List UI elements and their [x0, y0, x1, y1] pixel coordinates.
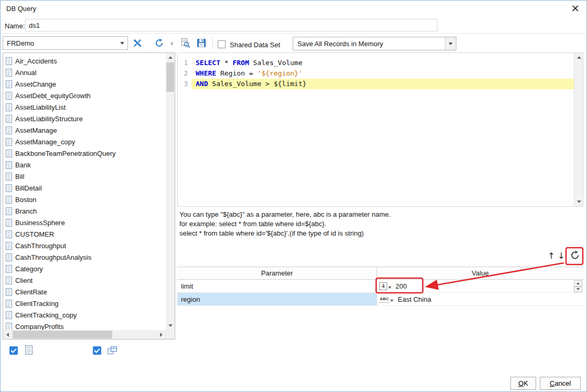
table-list-item[interactable]: AssetManage [3, 124, 166, 136]
table-icon [6, 311, 12, 319]
table-name: ClientTracking [15, 300, 59, 308]
table-list-item[interactable]: Client [3, 274, 166, 286]
type-dropdown-icon[interactable] [390, 300, 393, 302]
table-icon [6, 173, 12, 181]
sql-code-area[interactable]: SELECT * FROM Sales_VolumeWHERE Region =… [191, 58, 574, 206]
save-button[interactable] [195, 37, 208, 50]
scroll-up-icon[interactable] [574, 53, 583, 62]
table-list-item[interactable]: ClientTracking [3, 298, 166, 309]
spinner-down-icon[interactable] [574, 287, 582, 293]
number-type-icon[interactable]: 4 [379, 282, 387, 290]
table-list-item[interactable]: Air_Accidents [3, 55, 166, 67]
line-number-gutter: 123 [178, 58, 191, 206]
table-list-item[interactable]: BillDetail [3, 182, 166, 194]
table-list-item[interactable]: CompanyProfits [3, 321, 166, 330]
ok-button[interactable]: OK [510, 377, 536, 390]
sql-line[interactable]: WHERE Region = '${region}' [191, 68, 574, 79]
collapse-left-panel-icon[interactable]: ‹ [168, 36, 175, 50]
table-list-item[interactable]: AssetLiabilityList [3, 101, 166, 113]
table-list-item[interactable]: Annual [3, 67, 166, 78]
preview-button[interactable] [178, 37, 192, 50]
dataset-name-input[interactable] [25, 19, 437, 31]
move-param-up-button[interactable]: ↑ [547, 249, 556, 262]
table-list-item[interactable]: Category [3, 263, 166, 274]
type-dropdown-icon[interactable] [388, 287, 391, 289]
table-name: CashThroughput [15, 242, 66, 250]
param-row[interactable]: limit4200 [177, 280, 583, 293]
cancel-button[interactable]: Cancel [540, 377, 581, 390]
table-list-item[interactable]: AssetManage_copy [3, 136, 166, 147]
sql-token: SELECT [196, 59, 220, 67]
scroll-down-icon[interactable] [166, 321, 175, 330]
list-horizontal-scrollbar[interactable] [3, 330, 166, 339]
tools-icon [132, 38, 143, 50]
param-value-cell[interactable]: ABCEast China [377, 293, 583, 305]
chevron-down-icon[interactable] [117, 37, 127, 49]
show-tables-checkbox[interactable] [9, 346, 18, 355]
scroll-down-icon[interactable] [574, 197, 583, 206]
connection-select[interactable]: FRDemo [3, 36, 128, 50]
table-icon [6, 300, 12, 308]
parameter-table: Parameter Value limit4200regionABCEast C… [177, 267, 583, 306]
spinner-up-icon[interactable] [574, 280, 582, 287]
table-icon [6, 92, 12, 100]
table-list-item[interactable]: CashThroughput [3, 240, 166, 251]
sql-editor[interactable]: 123 SELECT * FROM Sales_VolumeWHERE Regi… [177, 52, 583, 207]
param-name-cell[interactable]: limit [177, 280, 377, 292]
scroll-left-icon[interactable] [3, 330, 12, 339]
chevron-down-icon[interactable] [445, 37, 456, 50]
table-list-item[interactable]: AssetChange [3, 78, 166, 90]
table-icon [6, 161, 12, 169]
table-icon [6, 288, 12, 296]
table-icon [6, 115, 12, 123]
scroll-right-icon[interactable] [157, 330, 166, 339]
table-list-item[interactable]: ClientTracking_copy [3, 309, 166, 321]
param-row[interactable]: regionABCEast China [177, 293, 583, 306]
editor-vertical-scrollbar[interactable] [574, 53, 583, 206]
string-type-icon[interactable]: ABC [379, 296, 389, 303]
close-icon[interactable]: × [571, 2, 580, 14]
sql-line[interactable]: SELECT * FROM Sales_Volume [191, 58, 574, 68]
table-icon [6, 265, 12, 273]
table-list-item[interactable]: Branch [3, 205, 166, 217]
table-list-item[interactable]: AssetLiabilityStructure [3, 113, 166, 124]
table-list-item[interactable]: CashThroughputAnalysis [3, 251, 166, 263]
move-param-down-button[interactable]: ↓ [557, 249, 566, 262]
scroll-up-icon[interactable] [166, 53, 175, 62]
table-list-item[interactable]: ClientRate [3, 286, 166, 298]
sql-line[interactable]: AND Sales_Volume > ${limit} [191, 79, 574, 89]
param-value-text: East China [398, 295, 431, 303]
table-icon [6, 126, 12, 134]
scrollbar-thumb[interactable] [13, 331, 112, 338]
view-filter-icon [108, 346, 117, 356]
sql-token: WHERE [196, 69, 216, 77]
refresh-parameters-button[interactable] [568, 249, 581, 263]
param-value-cell[interactable]: 4200 [377, 280, 583, 292]
table-name: Annual [15, 69, 36, 77]
table-list-item[interactable]: BackboneTeamPenetrationQuery [3, 147, 166, 159]
value-spinner[interactable] [574, 280, 582, 292]
table-list-item[interactable]: AssetDebt_equityGrowth [3, 90, 166, 101]
memory-mode-select[interactable]: Save All Records in Memory [293, 37, 456, 50]
list-vertical-scrollbar[interactable] [166, 53, 175, 330]
db-query-dialog: DB Query × Name: FRDemo ‹ Air_AccidentsA… [0, 0, 587, 392]
dialog-title: DB Query [6, 5, 36, 13]
table-list-item[interactable]: BusinessSphere [3, 217, 166, 228]
table-list-item[interactable]: CUSTOMER [3, 228, 166, 240]
scrollbar-thumb[interactable] [166, 62, 174, 92]
shared-dataset-checkbox[interactable] [218, 40, 226, 48]
connection-settings-button[interactable] [131, 37, 144, 50]
sql-token: AND [196, 80, 208, 88]
table-icon [6, 150, 12, 157]
table-list-item[interactable]: Bank [3, 159, 166, 171]
refresh-tables-button[interactable] [152, 37, 166, 50]
param-name-cell[interactable]: region [177, 293, 377, 305]
show-views-checkbox[interactable] [93, 346, 101, 355]
table-filter-icon [25, 345, 33, 356]
table-icon [6, 230, 12, 238]
table-list-item[interactable]: Bill [3, 171, 166, 182]
table-list-item[interactable]: Boston [3, 194, 166, 205]
table-icon [6, 80, 12, 88]
parameter-column-header: Parameter [177, 267, 377, 279]
table-name: CompanyProfits [15, 323, 63, 331]
